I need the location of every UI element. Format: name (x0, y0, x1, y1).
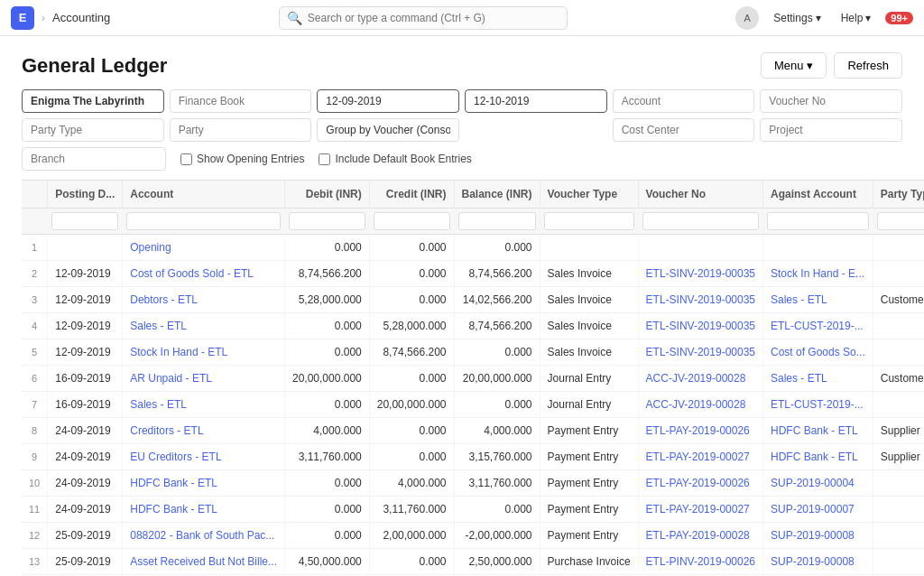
cell-against-account[interactable]: Stock In Hand - E... (763, 261, 873, 287)
cell-against-account[interactable]: SUP-2019-00008 (763, 523, 873, 549)
cell-voucher-no[interactable]: ETL-SINV-2019-00035 (638, 287, 762, 313)
include-default-book-checkbox[interactable] (319, 153, 330, 165)
cell-account[interactable]: Stock In Hand - ETL (123, 339, 285, 366)
cell-account[interactable]: HDFC Bank - ETL (123, 497, 285, 523)
filter-posting-date[interactable] (51, 212, 118, 230)
from-date-filter[interactable] (317, 89, 459, 113)
finance-book-filter[interactable] (170, 89, 312, 113)
col-posting-date[interactable]: Posting D... (48, 181, 123, 209)
col-credit[interactable]: Credit (INR) (369, 181, 454, 209)
filter-account[interactable] (126, 212, 281, 230)
cell-voucher-no[interactable]: ETL-SINV-2019-00035 (638, 313, 762, 339)
cell-against-account[interactable]: Cost of Goods So... (763, 339, 873, 366)
cell-account[interactable]: Cost of Goods Sold - ETL (123, 261, 285, 287)
voucher-no-filter[interactable] (760, 89, 902, 113)
col-debit[interactable]: Debit (INR) (285, 181, 370, 209)
cell-voucher-no[interactable]: ETL-PAY-2019-00026 (638, 418, 762, 444)
filter-voucher-type[interactable] (544, 212, 634, 230)
cell-against-account[interactable]: Sales - ETL (763, 287, 873, 313)
cell-voucher-type: Payment Entry (540, 523, 638, 549)
branch-filter[interactable] (22, 147, 166, 171)
cell-debit: 20,00,000.000 (285, 366, 370, 392)
cell-against-account[interactable]: ETL-CUST-2019-... (763, 392, 873, 418)
cell-party-type (873, 470, 924, 497)
include-default-book-label[interactable]: Include Default Book Entries (319, 153, 471, 165)
to-date-filter[interactable] (465, 89, 607, 113)
cell-voucher-no[interactable]: ETL-PAY-2019-00027 (638, 497, 762, 523)
cell-account[interactable]: Creditors - ETL (123, 418, 285, 444)
col-num (22, 181, 48, 209)
col-voucher-no[interactable]: Voucher No (638, 181, 762, 209)
cell-balance: 8,74,566.200 (454, 313, 540, 339)
col-against-account[interactable]: Against Account (763, 181, 873, 209)
cell-voucher-no[interactable]: ETL-PAY-2019-00027 (638, 444, 762, 470)
cell-credit: 0.000 (369, 549, 454, 575)
cell-against-account[interactable]: SUP-2019-00008 (763, 549, 873, 575)
cell-voucher-no[interactable]: ACC-JV-2019-00028 (638, 392, 762, 418)
cell-voucher-no[interactable] (638, 235, 762, 261)
cell-voucher-no[interactable]: ACC-JV-2019-00028 (638, 366, 762, 392)
cell-account[interactable]: Debtors - ETL (123, 287, 285, 313)
notification-badge[interactable]: 99+ (885, 12, 913, 24)
app-logo[interactable]: E (11, 6, 34, 30)
project-filter[interactable] (760, 118, 902, 142)
cell-voucher-type: Payment Entry (540, 444, 638, 470)
filter-credit[interactable] (374, 212, 450, 230)
filter-party-type[interactable] (877, 212, 924, 230)
cell-voucher-no[interactable]: ETL-SINV-2019-00035 (638, 261, 762, 287)
col-voucher-type[interactable]: Voucher Type (540, 181, 638, 209)
cell-against-account[interactable]: SUP-2019-00007 (763, 497, 873, 523)
cell-voucher-no[interactable]: ETL-PAY-2019-00026 (638, 470, 762, 497)
cell-posting-date: 12-09-2019 (48, 287, 123, 313)
cell-against-account[interactable]: ETL-CUST-2019-... (763, 313, 873, 339)
party-filter[interactable] (170, 118, 312, 142)
cell-account[interactable]: AR Unpaid - ETL (123, 366, 285, 392)
cell-against-account[interactable]: Sales - ETL (763, 366, 873, 392)
cell-account[interactable]: HDFC Bank - ETL (123, 470, 285, 497)
cost-center-filter[interactable] (613, 118, 755, 142)
search-input[interactable] (308, 12, 559, 24)
show-opening-entries-label[interactable]: Show Opening Entries (180, 153, 304, 165)
cell-voucher-no[interactable]: ETL-SINV-2019-00035 (638, 339, 762, 366)
col-account[interactable]: Account (123, 181, 285, 209)
page-title: General Ledger (22, 54, 167, 78)
cell-account[interactable]: Asset Received But Not Bille... (123, 549, 285, 575)
cell-credit: 3,11,760.000 (369, 497, 454, 523)
party-type-filter[interactable] (22, 118, 164, 142)
cell-balance: 0.000 (454, 392, 540, 418)
cell-against-account[interactable]: HDFC Bank - ETL (763, 418, 873, 444)
cell-debit: 0.000 (285, 392, 370, 418)
cell-voucher-no[interactable]: ETL-PAY-2019-00028 (638, 523, 762, 549)
cell-voucher-no[interactable]: ETL-PINV-2019-00026 (638, 549, 762, 575)
refresh-button[interactable]: Refresh (834, 52, 902, 79)
cell-account[interactable]: Sales - ETL (123, 392, 285, 418)
cell-num: 3 (22, 287, 48, 313)
table-row: 6 16-09-2019 AR Unpaid - ETL 20,00,000.0… (22, 366, 924, 392)
cell-party-type (873, 339, 924, 366)
cell-account[interactable]: Opening (123, 235, 285, 261)
col-balance[interactable]: Balance (INR) (454, 181, 540, 209)
cell-account[interactable]: 088202 - Bank of South Pac... (123, 523, 285, 549)
global-search-bar[interactable]: 🔍 (279, 6, 568, 30)
table-row: 4 12-09-2019 Sales - ETL 0.000 5,28,000.… (22, 313, 924, 339)
help-button[interactable]: Help ▾ (836, 9, 877, 27)
filter-against-account[interactable] (767, 212, 869, 230)
show-opening-entries-checkbox[interactable] (180, 153, 192, 165)
settings-button[interactable]: Settings ▾ (768, 9, 826, 27)
cell-account[interactable]: Sales - ETL (123, 313, 285, 339)
filter-debit[interactable] (289, 212, 365, 230)
col-party-type[interactable]: Party Type (873, 181, 924, 209)
filter-voucher-no[interactable] (642, 212, 759, 230)
cell-against-account[interactable]: SUP-2019-00004 (763, 470, 873, 497)
cell-against-account[interactable]: HDFC Bank - ETL (763, 444, 873, 470)
group-by-filter[interactable] (317, 118, 459, 142)
avatar[interactable]: A (735, 6, 759, 30)
company-filter[interactable] (22, 89, 164, 113)
cell-num: 6 (22, 366, 48, 392)
filter-balance[interactable] (458, 212, 536, 230)
cell-posting-date: 25-09-2019 (48, 549, 123, 575)
cell-account[interactable]: EU Creditors - ETL (123, 444, 285, 470)
cell-against-account[interactable] (763, 235, 873, 261)
account-filter[interactable] (613, 89, 755, 113)
menu-button[interactable]: Menu ▾ (761, 52, 827, 79)
